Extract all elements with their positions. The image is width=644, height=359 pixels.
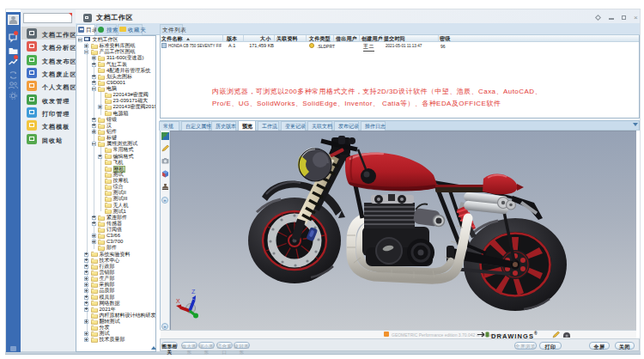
- svg-text:Z: Z: [191, 289, 196, 295]
- svg-text:X: X: [176, 298, 180, 304]
